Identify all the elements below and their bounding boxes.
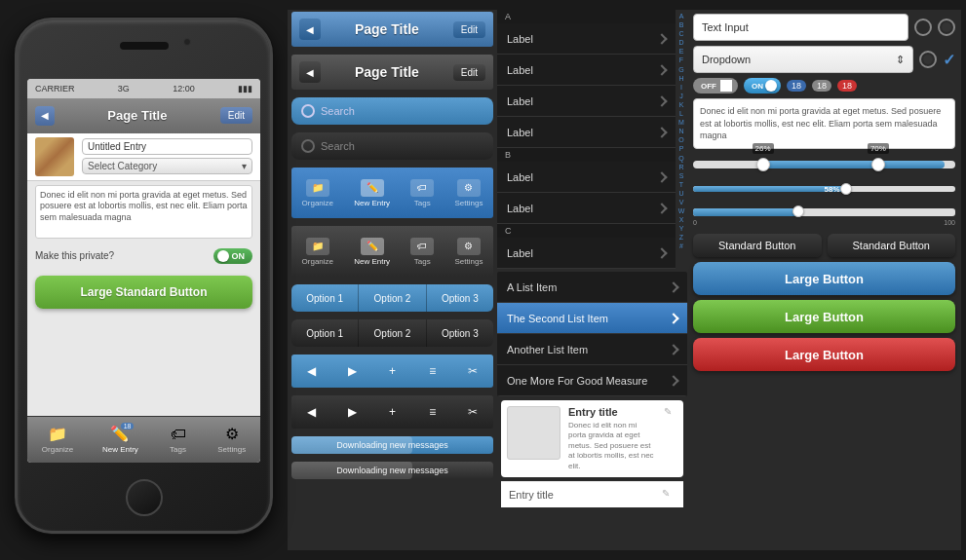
uikit-navbar-blue-edit[interactable]: Edit: [453, 21, 485, 38]
list-item[interactable]: Another List Item: [497, 334, 687, 365]
range-max: 100: [944, 219, 955, 226]
radio-filled-circle[interactable]: [938, 19, 955, 36]
phone-tab-tags[interactable]: 🏷 Tags: [168, 426, 189, 454]
standard-button-2[interactable]: Standard Button: [828, 234, 956, 257]
toggle-on-blue[interactable]: ON: [744, 78, 781, 93]
media-play-btn[interactable]: ▶: [340, 359, 364, 383]
newentry-tab-icon: ✏️: [361, 179, 384, 197]
uikit-list-items: A List Item The Second List Item Another…: [497, 272, 687, 396]
dropdown-field[interactable]: Dropdown ⇕: [693, 46, 913, 73]
list-row[interactable]: Label: [497, 23, 676, 55]
range-handle-2[interactable]: [792, 205, 804, 217]
segment-blue-option2[interactable]: Option 2: [359, 284, 426, 312]
list-item[interactable]: A List Item: [497, 272, 687, 303]
card-title: Entry title: [568, 406, 656, 418]
uikit-tab-tags-dark[interactable]: 🏷 Tags: [410, 238, 434, 266]
checkmark-icon[interactable]: ✓: [943, 51, 955, 69]
dropdown-row: Dropdown ⇕ ✓: [693, 46, 955, 73]
uikit-tab-settings-dark[interactable]: ⚙ Settings: [454, 238, 483, 266]
phone-textarea[interactable]: Donec id elit non mi porta gravida at eg…: [35, 185, 252, 239]
text-input-field[interactable]: Text Input: [693, 14, 908, 41]
phone-tab-new-entry[interactable]: ✏️ 18 New Entry: [102, 426, 138, 454]
media-add-btn[interactable]: +: [380, 359, 404, 383]
media-dark-list-btn[interactable]: ≡: [421, 400, 444, 424]
phone-tab-settings[interactable]: ⚙ Settings: [217, 426, 246, 454]
list-row[interactable]: Label: [497, 55, 676, 86]
uikit-card-entry: Entry title Donec id elit non mi porta g…: [501, 400, 683, 477]
chevron-right-icon: [668, 313, 678, 323]
search-icon: [301, 104, 315, 118]
media-dark-add-btn[interactable]: +: [380, 400, 404, 424]
phone-home-button[interactable]: [126, 479, 163, 516]
search-dark-icon: [301, 139, 315, 153]
media-dark-back-btn[interactable]: ◀: [300, 400, 324, 424]
list-row[interactable]: Label: [497, 162, 676, 193]
chevron-right-icon: [668, 375, 678, 386]
large-button-blue[interactable]: Large Button: [693, 262, 955, 295]
toggle-off[interactable]: OFF: [693, 78, 738, 93]
text-area[interactable]: Donec id elit non mi porta gravida at eg…: [693, 98, 955, 149]
phone-category-select[interactable]: Select Category ▾: [82, 158, 252, 174]
list-row[interactable]: Label: [497, 238, 676, 269]
badge-blue: 18: [787, 80, 806, 92]
phone-content: Untitled Entry Select Category ▾ Donec i…: [27, 133, 260, 416]
media-dark-cut-btn[interactable]: ✂: [461, 400, 484, 424]
large-button-green[interactable]: Large Button: [693, 300, 955, 333]
phone-edit-button[interactable]: Edit: [220, 107, 252, 124]
uikit-navbar-dark-edit[interactable]: Edit: [453, 64, 485, 81]
uikit-right-column: Text Input Dropdown ⇕ ✓ OFF ON 18 18: [687, 10, 961, 550]
segment-dark-option3[interactable]: Option 3: [427, 319, 493, 347]
toggle-on-label: ON: [752, 82, 763, 91]
media-cut-btn[interactable]: ✂: [461, 359, 484, 383]
phone-entry-row: Untitled Entry Select Category ▾: [27, 133, 260, 181]
range-pct-label: 58%: [825, 185, 840, 194]
media-list-btn[interactable]: ≡: [421, 359, 444, 383]
list-item-selected[interactable]: The Second List Item: [497, 303, 687, 334]
list-row[interactable]: Label: [497, 86, 676, 117]
uikit-search-blue[interactable]: Search: [291, 97, 493, 125]
uikit-middle-column: A Label Label Label Label B Label Label …: [497, 10, 687, 550]
segment-blue-option3[interactable]: Option 3: [427, 284, 493, 312]
standard-button-1[interactable]: Standard Button: [693, 234, 822, 257]
large-button-red[interactable]: Large Button: [693, 338, 955, 371]
radio-empty[interactable]: [914, 19, 932, 36]
phone-title-input[interactable]: Untitled Entry: [82, 138, 252, 155]
range-label-left: 26%: [753, 143, 774, 154]
uikit-navbar-dark-back[interactable]: ◀: [299, 61, 321, 83]
uikit-tab-settings-blue[interactable]: ⚙ Settings: [454, 179, 483, 207]
media-back-btn[interactable]: ◀: [300, 359, 324, 383]
segment-dark-option1[interactable]: Option 1: [291, 319, 359, 347]
edit-icon[interactable]: ✎: [664, 406, 677, 420]
list-row[interactable]: Label: [497, 117, 676, 148]
uikit-navbar-blue-back[interactable]: ◀: [299, 19, 321, 40]
phone-back-button[interactable]: ◀: [35, 106, 55, 126]
media-dark-play-btn[interactable]: ▶: [340, 400, 364, 424]
organize-tab-label: Organize: [302, 199, 333, 207]
uikit-tab-organize-dark[interactable]: 📁 Organize: [302, 238, 333, 266]
range-pct-handle[interactable]: [840, 183, 852, 195]
uikit-search-dark[interactable]: Search: [291, 132, 493, 160]
list-row[interactable]: Label: [497, 193, 676, 224]
standard-buttons-row: Standard Button Standard Button: [693, 234, 955, 257]
phone-large-button[interactable]: Large Standard Button: [35, 276, 252, 309]
phone-tab-organize[interactable]: 📁 Organize: [42, 426, 73, 454]
phone-tab-organize-label: Organize: [42, 445, 73, 454]
segment-blue-option1[interactable]: Option 1: [291, 284, 359, 312]
settings-tab-icon: ⚙: [457, 179, 481, 197]
range-handle-left[interactable]: 26%: [756, 158, 770, 171]
uikit-tab-tags-blue[interactable]: 🏷 Tags: [410, 179, 434, 207]
phone-battery: ▮▮▮: [238, 84, 252, 93]
card-content: Entry title Donec id elit non mi porta g…: [568, 406, 656, 471]
phone-toggle[interactable]: ON: [213, 248, 253, 264]
segment-dark-option2[interactable]: Option 2: [359, 319, 426, 347]
uikit-tab-newentry-dark[interactable]: ✏️ New Entry: [354, 238, 390, 266]
uikit-tab-organize-blue[interactable]: 📁 Organize: [302, 179, 333, 207]
list-item[interactable]: One More For Good Measure: [497, 365, 687, 396]
uikit-media-dark: ◀ ▶ + ≡ ✂: [291, 395, 493, 429]
uikit-tab-newentry-blue[interactable]: ✏️ New Entry: [354, 179, 390, 207]
chevron-right-icon: [656, 127, 667, 137]
radio-dropdown[interactable]: [919, 51, 937, 68]
edit-icon-bottom[interactable]: ✎: [662, 488, 676, 502]
range-handle-right[interactable]: 70%: [871, 158, 885, 171]
settings-dark-tab-label: Settings: [454, 257, 483, 266]
